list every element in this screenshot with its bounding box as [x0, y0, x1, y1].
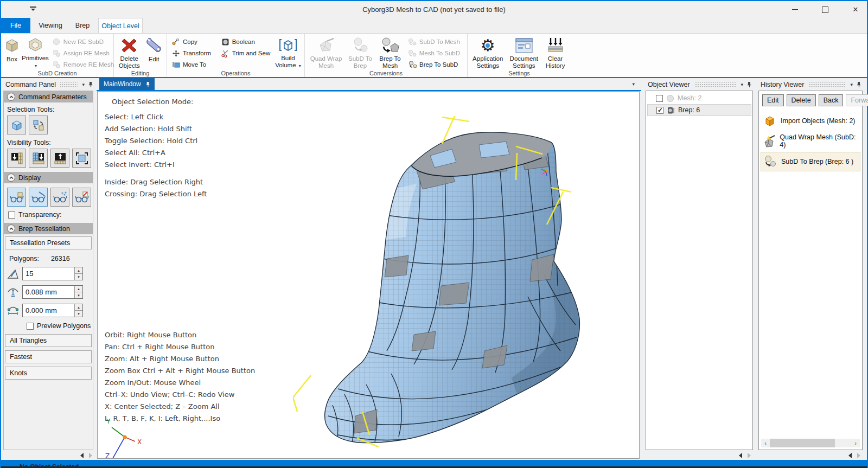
- edit-button[interactable]: Edit: [143, 35, 164, 69]
- assign-re-mesh-button[interactable]: Assign RE Mesh: [50, 48, 116, 58]
- history-delete-button[interactable]: Delete: [787, 94, 816, 106]
- subd-to-mesh-button[interactable]: SubD To Mesh: [406, 37, 462, 47]
- brep-to-mesh-button[interactable]: Brep To Mesh: [375, 35, 405, 69]
- new-re-subd-button[interactable]: New RE SubD: [50, 37, 116, 47]
- scroll-right-icon[interactable]: [857, 453, 860, 458]
- primitives-icon: [27, 36, 44, 54]
- panel-menu-icon[interactable]: [82, 82, 85, 87]
- scroll-left-icon[interactable]: [80, 453, 84, 458]
- history-item-import-objects[interactable]: Import Objects (Mesh: 2): [761, 112, 860, 130]
- brep-visibility-checkbox[interactable]: [656, 107, 663, 114]
- object-row-mesh[interactable]: Mesh: 2: [647, 92, 751, 104]
- scissors-icon: [221, 49, 230, 57]
- application-settings-button[interactable]: Application Settings: [470, 35, 506, 69]
- panel-menu-icon[interactable]: [741, 82, 743, 87]
- scrollbar-left-icon[interactable]: ‹: [761, 440, 770, 446]
- history-viewer-header[interactable]: History Viewer: [757, 78, 864, 91]
- zoom-selected-tool[interactable]: [72, 149, 91, 168]
- drag-handle[interactable]: [694, 82, 737, 87]
- transform-button[interactable]: Transform: [169, 48, 218, 58]
- select-objects-tool[interactable]: [7, 116, 26, 134]
- box-button[interactable]: Box: [3, 35, 21, 69]
- hide-unselected-tool[interactable]: [29, 149, 48, 168]
- preset-all-triangles[interactable]: All Triangles: [5, 334, 92, 347]
- remove-re-mesh-button[interactable]: Remove RE Mesh: [50, 60, 116, 69]
- viewport-3d[interactable]: Object Selection Mode: Select: Left Clic…: [97, 91, 640, 459]
- tab-mainwindow[interactable]: MainWindow: [99, 78, 155, 90]
- scroll-right-icon[interactable]: [89, 453, 92, 458]
- angle-tolerance-spinner[interactable]: [74, 267, 82, 280]
- angle-tolerance-input[interactable]: [23, 267, 74, 280]
- mesh-to-subd-button[interactable]: Mesh To SubD: [406, 48, 462, 58]
- drag-handle[interactable]: [808, 82, 846, 87]
- tab-brep[interactable]: Brep: [69, 18, 95, 33]
- command-panel-header[interactable]: Command Panel: [2, 78, 95, 91]
- pin-icon[interactable]: [88, 81, 93, 88]
- scroll-right-icon[interactable]: [748, 453, 751, 458]
- object-row-brep[interactable]: Brep: 6: [647, 104, 751, 116]
- brep-to-subd-button[interactable]: Brep To SubD: [406, 60, 462, 69]
- axis-x-label: X: [137, 438, 142, 446]
- tab-object-level[interactable]: Object Level: [98, 18, 143, 33]
- maximize-button[interactable]: [818, 3, 832, 17]
- history-item-subd-to-brep[interactable]: SubD To Brep (Brep: 6 ): [761, 152, 860, 171]
- display-shaded-tool[interactable]: [7, 188, 26, 207]
- history-edit-button[interactable]: Edit: [762, 94, 784, 106]
- history-forward-button[interactable]: Forward: [846, 94, 868, 106]
- expander-brep-tessellation[interactable]: Brep Tessellation: [4, 223, 93, 234]
- subd-to-brep-button[interactable]: SubD To Brep: [346, 35, 374, 69]
- object-viewer-header[interactable]: Object Viewer: [644, 78, 754, 91]
- pin-icon[interactable]: [856, 81, 861, 88]
- quad-wrap-mesh-button[interactable]: Quad Wrap Mesh: [307, 35, 345, 69]
- edge-length-input[interactable]: [23, 304, 74, 317]
- primitives-button[interactable]: Primitives: [22, 35, 49, 69]
- tab-viewing[interactable]: Viewing: [34, 18, 67, 33]
- build-volume-button[interactable]: Build Volume: [274, 35, 302, 69]
- minimize-button[interactable]: [788, 3, 802, 17]
- scrollbar-thumb[interactable]: [770, 439, 835, 447]
- boolean-button[interactable]: Boolean: [219, 37, 273, 47]
- preset-fastest[interactable]: Fastest: [5, 350, 92, 363]
- tab-file[interactable]: File: [1, 18, 30, 33]
- history-item-quad-wrap-mesh[interactable]: Quad Wrap Mesh (SubD: 4): [761, 131, 860, 151]
- swap-selection-tool[interactable]: [29, 116, 48, 134]
- scroll-left-icon[interactable]: [739, 453, 742, 458]
- move-to-button[interactable]: Move To: [169, 60, 218, 69]
- delete-objects-button[interactable]: Delete Objects: [116, 35, 142, 69]
- history-horizontal-scrollbar[interactable]: ‹ ›: [761, 439, 860, 447]
- panel-scroll-arrows[interactable]: [739, 452, 751, 459]
- close-button[interactable]: [848, 3, 863, 17]
- transparency-checkbox[interactable]: [8, 211, 15, 219]
- display-edges-tool[interactable]: [29, 188, 48, 207]
- display-points-tool[interactable]: [50, 188, 69, 207]
- surface-deviation-spinner[interactable]: [74, 286, 82, 298]
- trim-and-sew-button[interactable]: Trim and Sew: [219, 48, 273, 58]
- edge-length-spinner[interactable]: [74, 304, 82, 317]
- document-settings-button[interactable]: Document Settings: [507, 35, 541, 69]
- scrollbar-right-icon[interactable]: ›: [851, 440, 860, 446]
- history-back-button[interactable]: Back: [819, 94, 844, 106]
- preset-knots[interactable]: Knots: [5, 367, 92, 380]
- pin-icon[interactable]: [145, 81, 150, 87]
- tessellation-presets-button[interactable]: Tessellation Presets: [5, 236, 92, 249]
- clear-history-button[interactable]: Clear History: [542, 35, 569, 69]
- collapse-icon: [7, 174, 15, 182]
- edge-length-icon: [6, 305, 20, 317]
- display-hidden-tool[interactable]: [72, 188, 91, 207]
- expander-command-parameters[interactable]: Command Parameters: [4, 91, 93, 102]
- panel-menu-icon[interactable]: [850, 82, 853, 87]
- drag-handle[interactable]: [60, 82, 78, 87]
- expander-display[interactable]: Display: [4, 172, 93, 183]
- show-all-tool[interactable]: [50, 149, 69, 168]
- hide-selected-tool[interactable]: [7, 149, 26, 168]
- mesh-visibility-checkbox[interactable]: [656, 95, 663, 102]
- scroll-left-icon[interactable]: [848, 453, 852, 458]
- panel-scroll-arrows[interactable]: [80, 452, 92, 459]
- tab-list-dropdown-icon[interactable]: [632, 81, 635, 87]
- surface-deviation-input[interactable]: [23, 286, 74, 298]
- foot-mesh-model[interactable]: [293, 110, 597, 451]
- preview-polygons-checkbox[interactable]: [27, 323, 34, 330]
- pin-icon[interactable]: [746, 81, 752, 88]
- panel-scroll-arrows[interactable]: [848, 452, 860, 459]
- copy-button[interactable]: Copy: [169, 37, 218, 47]
